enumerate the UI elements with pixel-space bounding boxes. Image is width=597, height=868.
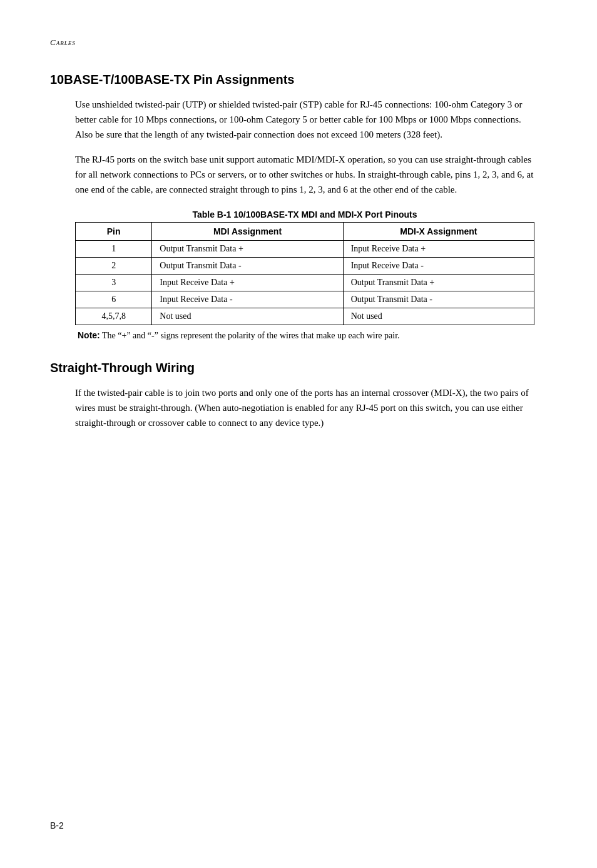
table-cell-0-0: 1 [76, 241, 152, 258]
col-header-2: MDI-X Assignment [343, 223, 534, 241]
section2: Straight-Through Wiring If the twisted-p… [50, 361, 547, 430]
section2-paragraph1: If the twisted-pair cable is to join two… [75, 385, 534, 430]
table-cell-1-1: Output Transmit Data - [152, 258, 343, 275]
table-container: Table B-1 10/100BASE-TX MDI and MDI-X Po… [75, 209, 534, 342]
table-note: Note: The “+” and “-” signs represent th… [78, 329, 534, 342]
table-cell-4-2: Not used [343, 308, 534, 325]
section1: 10BASE-T/100BASE-TX Pin Assignments Use … [50, 73, 547, 342]
table-cell-0-1: Output Transmit Data + [152, 241, 343, 258]
header-label: Cables [50, 38, 76, 47]
table-cell-3-0: 6 [76, 291, 152, 308]
section1-content: Use unshielded twisted-pair (UTP) or shi… [75, 97, 534, 342]
table-cell-1-0: 2 [76, 258, 152, 275]
table-row: 1Output Transmit Data +Input Receive Dat… [76, 241, 534, 258]
table-cell-2-0: 3 [76, 275, 152, 291]
table-cell-4-1: Not used [152, 308, 343, 325]
table-row: 3Input Receive Data +Output Transmit Dat… [76, 275, 534, 291]
col-header-1: MDI Assignment [152, 223, 343, 241]
table-caption: Table B-1 10/100BASE-TX MDI and MDI-X Po… [75, 209, 534, 220]
page-number: B-2 [50, 820, 64, 830]
note-label: Note: [78, 330, 100, 340]
section2-title: Straight-Through Wiring [50, 361, 547, 375]
col-header-0: Pin [76, 223, 152, 241]
table-cell-4-0: 4,5,7,8 [76, 308, 152, 325]
table-cell-2-2: Output Transmit Data + [343, 275, 534, 291]
note-text: The “+” and “-” signs represent the pola… [102, 331, 400, 340]
section1-title: 10BASE-T/100BASE-TX Pin Assignments [50, 73, 547, 87]
table-row: 4,5,7,8Not usedNot used [76, 308, 534, 325]
table-cell-3-1: Input Receive Data - [152, 291, 343, 308]
table-row: 6Input Receive Data -Output Transmit Dat… [76, 291, 534, 308]
section1-paragraph1: Use unshielded twisted-pair (UTP) or shi… [75, 97, 534, 142]
table-cell-2-1: Input Receive Data + [152, 275, 343, 291]
section2-content: If the twisted-pair cable is to join two… [75, 385, 534, 430]
page-header: Cables [50, 38, 547, 48]
pin-assignments-table: PinMDI AssignmentMDI-X Assignment 1Outpu… [75, 222, 534, 325]
page-footer: B-2 [50, 820, 64, 830]
table-cell-0-2: Input Receive Data + [343, 241, 534, 258]
table-cell-1-2: Input Receive Data - [343, 258, 534, 275]
table-row: 2Output Transmit Data -Input Receive Dat… [76, 258, 534, 275]
table-cell-3-2: Output Transmit Data - [343, 291, 534, 308]
section1-paragraph2: The RJ-45 ports on the switch base unit … [75, 152, 534, 197]
